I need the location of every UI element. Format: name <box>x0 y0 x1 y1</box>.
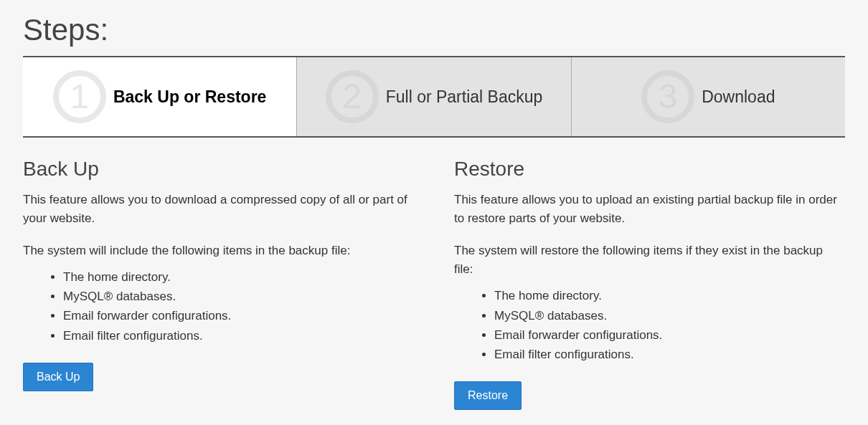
step-3-number-icon: 3 <box>641 70 694 123</box>
backup-column: Back Up This feature allows you to downl… <box>23 158 414 410</box>
list-item: Email filter configurations. <box>494 345 845 364</box>
step-1-number-icon: 1 <box>53 70 106 123</box>
restore-column: Restore This feature allows you to uploa… <box>454 158 845 410</box>
step-2-number-icon: 2 <box>326 70 379 123</box>
backup-subdescription: The system will include the following it… <box>23 242 414 260</box>
step-2[interactable]: 2 Full or Partial Backup <box>297 57 571 136</box>
backup-item-list: The home directory. MySQL® databases. Em… <box>23 267 414 345</box>
step-2-label: Full or Partial Backup <box>386 87 543 107</box>
restore-description: This feature allows you to upload an exi… <box>454 191 845 229</box>
backup-button[interactable]: Back Up <box>23 363 93 391</box>
restore-subdescription: The system will restore the following it… <box>454 242 845 280</box>
list-item: The home directory. <box>63 267 414 287</box>
step-1[interactable]: 1 Back Up or Restore <box>23 57 297 136</box>
step-3-label: Download <box>702 87 775 107</box>
steps-bar: 1 Back Up or Restore 2 Full or Partial B… <box>23 56 845 138</box>
list-item: Email filter configurations. <box>63 326 414 345</box>
step-3[interactable]: 3 Download <box>572 57 845 136</box>
content-columns: Back Up This feature allows you to downl… <box>23 158 845 410</box>
list-item: The home directory. <box>494 286 845 305</box>
list-item: MySQL® databases. <box>63 287 414 306</box>
list-item: Email forwarder configurations. <box>494 325 845 345</box>
restore-button[interactable]: Restore <box>454 381 522 410</box>
backup-title: Back Up <box>23 158 414 181</box>
restore-title: Restore <box>454 158 845 181</box>
backup-description: This feature allows you to download a co… <box>23 191 414 229</box>
page-title: Steps: <box>23 0 845 56</box>
list-item: MySQL® databases. <box>494 306 845 325</box>
restore-item-list: The home directory. MySQL® databases. Em… <box>454 286 845 364</box>
step-1-label: Back Up or Restore <box>113 87 266 107</box>
list-item: Email forwarder configurations. <box>63 306 414 325</box>
